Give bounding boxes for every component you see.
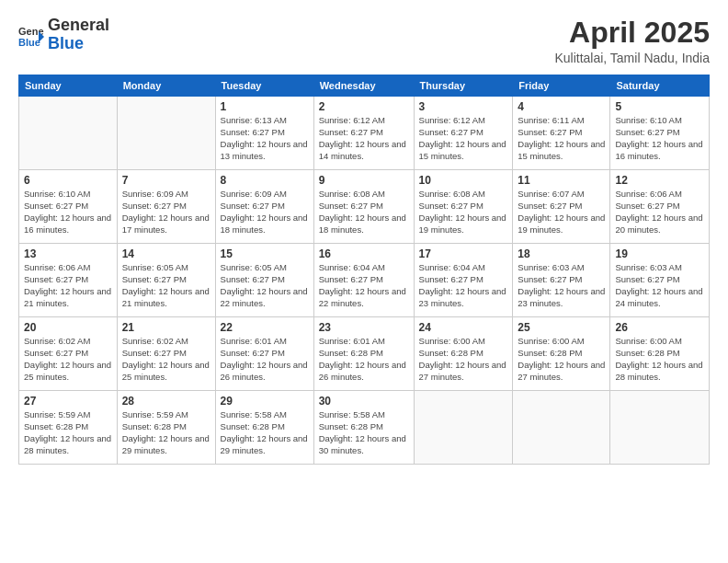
day-detail: Sunrise: 5:59 AM Sunset: 6:28 PM Dayligh… (122, 409, 210, 456)
calendar-cell: 7Sunrise: 6:09 AM Sunset: 6:27 PM Daylig… (117, 170, 215, 244)
day-detail: Sunrise: 6:03 AM Sunset: 6:27 PM Dayligh… (518, 262, 605, 309)
svg-text:Blue: Blue (18, 37, 40, 48)
day-detail: Sunrise: 6:12 AM Sunset: 6:27 PM Dayligh… (319, 115, 409, 162)
logo-general: General (48, 17, 109, 35)
calendar-cell: 26Sunrise: 6:00 AM Sunset: 6:28 PM Dayli… (610, 317, 710, 391)
day-number: 21 (122, 321, 210, 334)
day-number: 12 (615, 174, 704, 187)
calendar-cell: 21Sunrise: 6:02 AM Sunset: 6:27 PM Dayli… (117, 317, 215, 391)
day-number: 29 (221, 395, 309, 408)
calendar-cell: 27Sunrise: 5:59 AM Sunset: 6:28 PM Dayli… (19, 391, 118, 465)
day-detail: Sunrise: 6:04 AM Sunset: 6:27 PM Dayligh… (319, 262, 409, 309)
day-number: 11 (518, 174, 605, 187)
header-monday: Monday (117, 75, 215, 97)
day-number: 9 (319, 174, 409, 187)
day-number: 23 (319, 321, 409, 334)
calendar-cell: 2Sunrise: 6:12 AM Sunset: 6:27 PM Daylig… (313, 97, 414, 170)
header-friday: Friday (513, 75, 610, 97)
logo-text: General Blue (48, 17, 109, 53)
day-detail: Sunrise: 6:04 AM Sunset: 6:27 PM Dayligh… (419, 262, 508, 309)
calendar-cell: 13Sunrise: 6:06 AM Sunset: 6:27 PM Dayli… (19, 244, 118, 317)
day-detail: Sunrise: 5:58 AM Sunset: 6:28 PM Dayligh… (221, 409, 309, 456)
day-number: 7 (122, 174, 210, 187)
calendar-week-row: 6Sunrise: 6:10 AM Sunset: 6:27 PM Daylig… (19, 170, 710, 244)
calendar-cell: 11Sunrise: 6:07 AM Sunset: 6:27 PM Dayli… (513, 170, 610, 244)
calendar-cell: 15Sunrise: 6:05 AM Sunset: 6:27 PM Dayli… (215, 244, 313, 317)
day-detail: Sunrise: 5:59 AM Sunset: 6:28 PM Dayligh… (24, 409, 112, 456)
day-number: 18 (518, 247, 605, 260)
calendar-cell: 14Sunrise: 6:05 AM Sunset: 6:27 PM Dayli… (117, 244, 215, 317)
day-number: 16 (319, 247, 409, 260)
day-number: 5 (615, 100, 704, 113)
day-number: 24 (419, 321, 508, 334)
day-number: 28 (122, 395, 210, 408)
calendar-cell (513, 391, 610, 465)
day-detail: Sunrise: 6:06 AM Sunset: 6:27 PM Dayligh… (24, 262, 112, 309)
calendar-cell: 12Sunrise: 6:06 AM Sunset: 6:27 PM Dayli… (610, 170, 710, 244)
day-detail: Sunrise: 6:10 AM Sunset: 6:27 PM Dayligh… (615, 115, 704, 162)
title-area: April 2025 Kulittalai, Tamil Nadu, India (554, 17, 710, 65)
day-detail: Sunrise: 6:06 AM Sunset: 6:27 PM Dayligh… (615, 189, 704, 236)
header-sunday: Sunday (19, 75, 118, 97)
calendar-cell: 8Sunrise: 6:09 AM Sunset: 6:27 PM Daylig… (215, 170, 313, 244)
logo-blue: Blue (48, 35, 109, 53)
day-number: 25 (518, 321, 605, 334)
day-number: 2 (319, 100, 409, 113)
day-number: 15 (221, 247, 309, 260)
header-thursday: Thursday (414, 75, 513, 97)
day-number: 30 (319, 395, 409, 408)
day-detail: Sunrise: 6:00 AM Sunset: 6:28 PM Dayligh… (615, 336, 704, 383)
page: General Blue General Blue April 2025 Kul… (0, 0, 728, 563)
day-number: 14 (122, 247, 210, 260)
calendar-cell: 30Sunrise: 5:58 AM Sunset: 6:28 PM Dayli… (313, 391, 414, 465)
calendar-week-row: 13Sunrise: 6:06 AM Sunset: 6:27 PM Dayli… (19, 244, 710, 317)
day-detail: Sunrise: 6:01 AM Sunset: 6:28 PM Dayligh… (319, 336, 409, 383)
calendar-cell: 18Sunrise: 6:03 AM Sunset: 6:27 PM Dayli… (513, 244, 610, 317)
day-detail: Sunrise: 6:12 AM Sunset: 6:27 PM Dayligh… (419, 115, 508, 162)
day-detail: Sunrise: 6:09 AM Sunset: 6:27 PM Dayligh… (122, 189, 210, 236)
calendar-cell: 4Sunrise: 6:11 AM Sunset: 6:27 PM Daylig… (513, 97, 610, 170)
calendar-cell: 1Sunrise: 6:13 AM Sunset: 6:27 PM Daylig… (215, 97, 313, 170)
day-detail: Sunrise: 6:13 AM Sunset: 6:27 PM Dayligh… (221, 115, 309, 162)
day-number: 8 (221, 174, 309, 187)
calendar-cell (117, 97, 215, 170)
calendar-cell: 24Sunrise: 6:00 AM Sunset: 6:28 PM Dayli… (414, 317, 513, 391)
day-detail: Sunrise: 6:02 AM Sunset: 6:27 PM Dayligh… (24, 336, 112, 383)
calendar-cell: 6Sunrise: 6:10 AM Sunset: 6:27 PM Daylig… (19, 170, 118, 244)
day-number: 6 (24, 174, 112, 187)
calendar-week-row: 1Sunrise: 6:13 AM Sunset: 6:27 PM Daylig… (19, 97, 710, 170)
day-detail: Sunrise: 6:07 AM Sunset: 6:27 PM Dayligh… (518, 189, 605, 236)
day-detail: Sunrise: 6:02 AM Sunset: 6:27 PM Dayligh… (122, 336, 210, 383)
day-number: 27 (24, 395, 112, 408)
location-title: Kulittalai, Tamil Nadu, India (554, 51, 710, 65)
day-detail: Sunrise: 6:00 AM Sunset: 6:28 PM Dayligh… (419, 336, 508, 383)
calendar-cell: 29Sunrise: 5:58 AM Sunset: 6:28 PM Dayli… (215, 391, 313, 465)
day-detail: Sunrise: 6:08 AM Sunset: 6:27 PM Dayligh… (319, 189, 409, 236)
day-detail: Sunrise: 5:58 AM Sunset: 6:28 PM Dayligh… (319, 409, 409, 456)
calendar-cell: 28Sunrise: 5:59 AM Sunset: 6:28 PM Dayli… (117, 391, 215, 465)
calendar-cell (19, 97, 118, 170)
calendar-week-row: 27Sunrise: 5:59 AM Sunset: 6:28 PM Dayli… (19, 391, 710, 465)
day-number: 26 (615, 321, 704, 334)
calendar-cell: 16Sunrise: 6:04 AM Sunset: 6:27 PM Dayli… (313, 244, 414, 317)
day-number: 10 (419, 174, 508, 187)
logo: General Blue General Blue (18, 17, 109, 53)
calendar-cell (610, 391, 710, 465)
calendar-cell: 20Sunrise: 6:02 AM Sunset: 6:27 PM Dayli… (19, 317, 118, 391)
day-detail: Sunrise: 6:09 AM Sunset: 6:27 PM Dayligh… (221, 189, 309, 236)
header-area: General Blue General Blue April 2025 Kul… (18, 17, 710, 65)
calendar-week-row: 20Sunrise: 6:02 AM Sunset: 6:27 PM Dayli… (19, 317, 710, 391)
logo-icon: General Blue (18, 22, 44, 48)
calendar-cell: 19Sunrise: 6:03 AM Sunset: 6:27 PM Dayli… (610, 244, 710, 317)
calendar-cell: 5Sunrise: 6:10 AM Sunset: 6:27 PM Daylig… (610, 97, 710, 170)
day-number: 4 (518, 100, 605, 113)
month-title: April 2025 (554, 17, 710, 49)
day-detail: Sunrise: 6:08 AM Sunset: 6:27 PM Dayligh… (419, 189, 508, 236)
day-detail: Sunrise: 6:05 AM Sunset: 6:27 PM Dayligh… (221, 262, 309, 309)
calendar-cell: 17Sunrise: 6:04 AM Sunset: 6:27 PM Dayli… (414, 244, 513, 317)
calendar-table: Sunday Monday Tuesday Wednesday Thursday… (18, 75, 710, 465)
header-wednesday: Wednesday (313, 75, 414, 97)
day-detail: Sunrise: 6:03 AM Sunset: 6:27 PM Dayligh… (615, 262, 704, 309)
day-detail: Sunrise: 6:11 AM Sunset: 6:27 PM Dayligh… (518, 115, 605, 162)
header-saturday: Saturday (610, 75, 710, 97)
